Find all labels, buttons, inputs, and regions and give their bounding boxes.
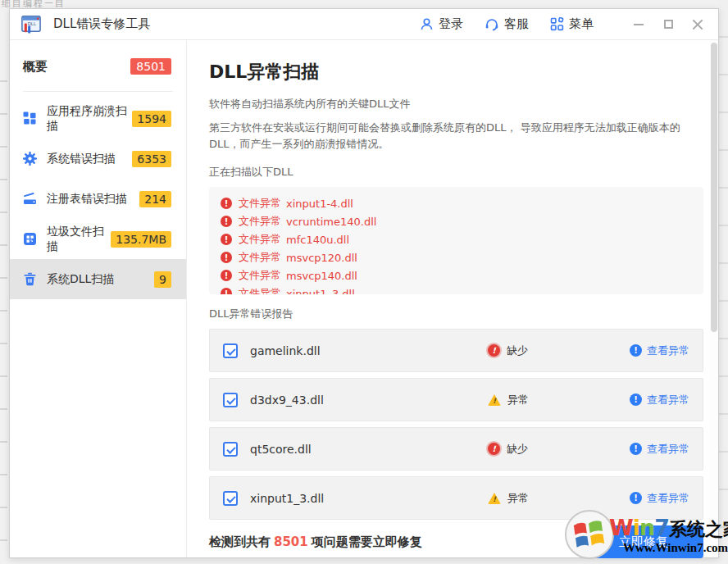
error-dot-icon xyxy=(221,198,232,209)
view-exception-link[interactable]: 查看异常 xyxy=(630,491,689,506)
dll-name: gamelink.dll xyxy=(250,344,488,357)
scan-item-file: vcruntime140.dll xyxy=(286,216,376,228)
overview-label: 概要 xyxy=(23,59,48,75)
report-row: qt5core.dll 缺少 查看异常 xyxy=(209,427,703,471)
scanning-label: 正在扫描以下DLL xyxy=(209,165,703,180)
missing-status-icon xyxy=(488,344,500,357)
user-icon xyxy=(420,17,434,31)
summary-suffix: 项问题需要立即修复 xyxy=(312,534,422,549)
scan-item: 文件异常 vcruntime140.dll xyxy=(221,212,692,230)
error-dot-icon xyxy=(221,216,232,227)
nav-badge: 9 xyxy=(154,271,171,288)
fix-now-button[interactable]: 立即修复 xyxy=(584,525,703,558)
page-title: DLL异常扫描 xyxy=(209,60,703,84)
apps-icon xyxy=(23,111,37,125)
view-exception-label: 查看异常 xyxy=(647,491,689,506)
view-exception-link[interactable]: 查看异常 xyxy=(630,442,689,457)
close-button[interactable] xyxy=(685,14,710,35)
status-cell: 异常 xyxy=(488,491,627,506)
status-cell: 异常 xyxy=(488,393,627,407)
info-icon xyxy=(630,443,642,455)
scan-item-file: xinput1_3.dll xyxy=(286,288,355,295)
nav-badge: 1594 xyxy=(132,111,171,127)
login-button[interactable]: 登录 xyxy=(420,16,463,32)
nav-badge: 6353 xyxy=(132,151,171,167)
row-checkbox[interactable] xyxy=(223,491,238,506)
window-title: DLL错误专修工具 xyxy=(53,16,150,32)
sidebar-item-system-dll-scan[interactable]: 系统DLL扫描 9 xyxy=(10,259,186,299)
report-row: gamelink.dll 缺少 查看异常 xyxy=(209,329,703,372)
view-exception-label: 查看异常 xyxy=(647,442,689,457)
view-exception-label: 查看异常 xyxy=(647,343,689,358)
nav-label: 注册表错误扫描 xyxy=(47,192,127,207)
error-dot-icon xyxy=(221,234,232,245)
status-cell: 缺少 xyxy=(488,343,627,358)
app-window: DLL DLL错误专修工具 登录 客服 xyxy=(9,8,719,558)
grid-menu-icon xyxy=(550,17,564,31)
warning-status-icon xyxy=(488,493,501,504)
scan-item-status: 文件异常 xyxy=(239,196,281,211)
scan-item-file: xinput1-4.dll xyxy=(286,198,353,210)
close-icon xyxy=(692,19,703,30)
report-label: DLL异常错误报告 xyxy=(209,307,703,321)
nav-label: 垃圾文件扫描 xyxy=(47,225,111,254)
sidebar-item-junk-file-scan[interactable]: 垃圾文件扫描 135.7MB xyxy=(10,219,186,259)
summary-text: 检测到共有8501项问题需要立即修复 xyxy=(209,534,422,550)
maximize-button[interactable] xyxy=(656,14,680,35)
background-ticks-left xyxy=(0,49,7,541)
scan-output-box: 文件异常 xinput1-4.dll 文件异常 vcruntime140.dll… xyxy=(209,187,703,294)
row-checkbox[interactable] xyxy=(223,393,238,407)
report-row: xinput1_3.dll 异常 查看异常 xyxy=(209,476,703,520)
row-checkbox[interactable] xyxy=(223,343,238,358)
view-exception-link[interactable]: 查看异常 xyxy=(630,343,689,358)
support-button[interactable]: 客服 xyxy=(485,16,529,32)
error-dot-icon xyxy=(221,270,232,281)
scrollbar-thumb[interactable] xyxy=(711,43,717,332)
background-ticks-right xyxy=(719,0,728,564)
sidebar-item-app-crash-scan[interactable]: 应用程序崩溃扫描 1594 xyxy=(10,98,186,139)
nav-badge: 214 xyxy=(139,191,171,207)
error-dot-icon xyxy=(221,288,232,294)
sidebar: 概要 8501 应用程序崩溃扫描 1594 xyxy=(10,40,187,557)
scan-item-status: 文件异常 xyxy=(239,250,281,265)
scan-item-status: 文件异常 xyxy=(239,286,281,294)
title-bar: DLL DLL错误专修工具 登录 客服 xyxy=(10,9,718,40)
summary-count: 8501 xyxy=(271,534,312,549)
app-logo-icon: DLL xyxy=(20,13,42,35)
row-checkbox[interactable] xyxy=(223,442,238,457)
sidebar-item-overview[interactable]: 概要 8501 xyxy=(10,52,186,86)
view-exception-link[interactable]: 查看异常 xyxy=(630,393,689,407)
minimize-button[interactable] xyxy=(626,14,651,35)
status-text: 异常 xyxy=(507,491,529,506)
svg-text:DLL: DLL xyxy=(28,21,37,26)
status-text: 缺少 xyxy=(507,442,528,457)
sidebar-divider xyxy=(23,91,173,92)
warning-status-icon xyxy=(488,394,501,406)
description-line2: 第三方软件在安装或运行期间可能会替换或删除系统原有的DLL， 导致应用程序无法加… xyxy=(209,120,694,152)
nav-label: 应用程序崩溃扫描 xyxy=(47,104,132,134)
description-line1: 软件将自动扫描系统内所有的关键DLL文件 xyxy=(209,96,703,112)
scanner-icon xyxy=(23,192,37,206)
window-scrollbar[interactable] xyxy=(709,40,718,557)
info-icon xyxy=(630,393,642,406)
report-list: gamelink.dll 缺少 查看异常 xyxy=(209,329,703,520)
scan-item-status: 文件异常 xyxy=(239,232,281,247)
status-cell: 缺少 xyxy=(488,442,627,457)
summary-prefix: 检测到共有 xyxy=(209,534,271,549)
dll-name: xinput1_3.dll xyxy=(250,492,488,505)
scan-item: 文件异常 xinput1_3.dll xyxy=(221,284,692,294)
sidebar-item-system-error-scan[interactable]: 系统错误扫描 6353 xyxy=(10,139,186,179)
scan-item-file: msvcp140.dll xyxy=(286,270,357,282)
info-icon xyxy=(630,492,642,504)
scan-item-file: mfc140u.dll xyxy=(286,234,349,246)
menu-label: 菜单 xyxy=(569,16,594,32)
sidebar-item-registry-error-scan[interactable]: 注册表错误扫描 214 xyxy=(10,179,186,219)
scan-item: 文件异常 msvcp120.dll xyxy=(221,248,692,266)
scan-item-file: msvcp120.dll xyxy=(286,252,357,264)
scan-item: 文件异常 mfc140u.dll xyxy=(221,230,692,248)
dll-name: qt5core.dll xyxy=(250,443,488,456)
support-label: 客服 xyxy=(504,16,529,32)
error-dot-icon xyxy=(221,252,232,263)
menu-button[interactable]: 菜单 xyxy=(550,16,594,32)
info-icon xyxy=(630,344,642,357)
